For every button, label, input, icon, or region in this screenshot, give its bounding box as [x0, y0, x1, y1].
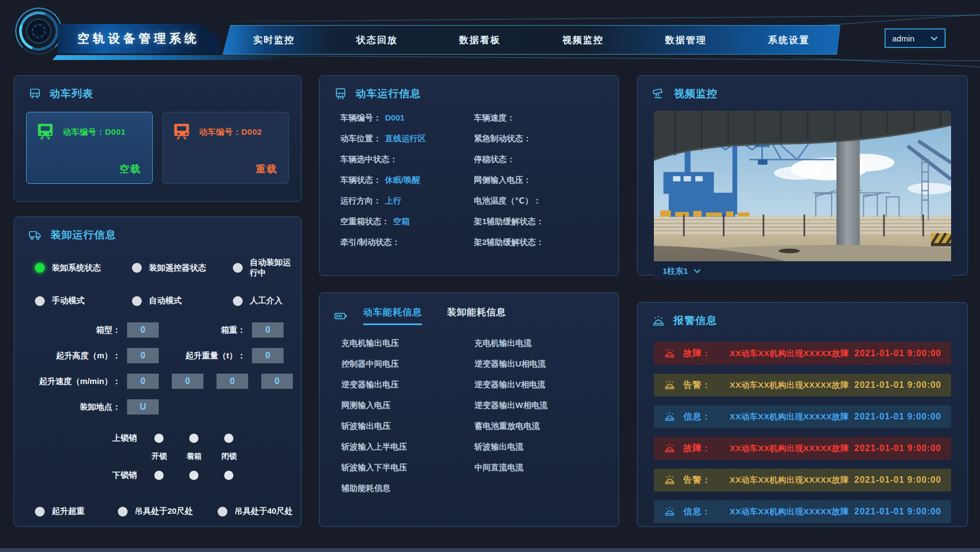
status-light-off: [233, 263, 243, 273]
lift-speed-field-1[interactable]: 0: [127, 374, 159, 389]
energy-item: 网测输入电压: [341, 400, 474, 410]
alarm-type: 告警：: [683, 475, 711, 486]
energy-item: 充电机输出电压: [341, 338, 474, 348]
run-info-item: 网侧输入电压：: [474, 174, 608, 185]
energy-item: 蓄电池重放电电流: [474, 421, 608, 431]
alarm-type: 故障：: [683, 443, 711, 454]
siren-icon: [664, 442, 676, 454]
indicator-system-status: 装卸系统状态: [35, 257, 132, 278]
energy-item: 充电机输出电流: [474, 338, 608, 348]
alarm-time: 2021-01-01 9:00:00: [855, 475, 941, 485]
run-info-item: 空重箱状态：空箱: [340, 215, 474, 227]
indicator-remote-status: 装卸遥控器状态: [132, 257, 233, 278]
panel-energy-info: 动车能耗信息 装卸能耗信息 充电机输出电压 充电机输出电流 控制器中间电压 逆变…: [319, 292, 619, 527]
tab-loading-energy[interactable]: 装卸能耗信息: [447, 306, 506, 325]
train-load-status: 重载: [256, 163, 278, 176]
lift-speed-field-4[interactable]: 0: [261, 374, 293, 389]
user-name: admin: [892, 34, 915, 43]
energy-item: 逆变器输出U相电流: [474, 359, 608, 369]
panel-loading-info: 装卸运行信息 装卸系统状态 装卸遥控器状态 自动装卸运行中 手动模式 自动模式 …: [14, 217, 302, 527]
alarm-type: 信息：: [683, 506, 711, 518]
alarm-message: XX动车XX机构出现XXXXX故障: [730, 475, 849, 485]
alarm-row-warn[interactable]: 告警： XX动车XX机构出现XXXXX故障 2021-01-01 9:00:00: [654, 469, 951, 491]
status-light-off: [35, 507, 45, 517]
train-icon: [172, 122, 191, 142]
box-type-label: 箱型：: [14, 325, 121, 335]
alarm-message: XX动车XX机构出现XXXXX故障: [730, 349, 849, 359]
lift-height-field[interactable]: 0: [127, 348, 159, 363]
status-light-off: [35, 296, 45, 306]
alarm-row-fault[interactable]: 故障： XX动车XX机构出现XXXXX故障 2021-01-01 9:00:00: [654, 437, 951, 460]
nav-item-video[interactable]: 视频监控: [531, 34, 634, 46]
energy-item: 中间直流电流: [474, 463, 608, 472]
bottom-edge-bar: [0, 548, 980, 552]
status-light-off: [218, 507, 227, 517]
chevron-down-icon: [930, 36, 938, 41]
siren-icon: [664, 474, 676, 486]
panel-alarms: 报警信息 故障： XX动车XX机构出现XXXXX故障 2021-01-01 9:…: [637, 302, 968, 527]
nav-item-datamgmt[interactable]: 数据管理: [634, 34, 737, 46]
loading-bottom-indicators: 起升超重 吊具处于20尺处 吊具处于40尺处: [14, 506, 301, 517]
header-deco-line: [780, 56, 980, 67]
lift-speed-field-2[interactable]: 0: [172, 374, 203, 389]
place-field[interactable]: U: [127, 399, 159, 415]
lift-speed-field-3[interactable]: 0: [217, 374, 248, 389]
train-icon: [35, 122, 55, 142]
header-deco-line: [185, 15, 980, 22]
title-glow-strip: [52, 55, 287, 60]
box-weight-label: 箱重：: [159, 325, 245, 335]
siren-icon: [652, 314, 665, 328]
train-card-label: 动车编号：D002: [199, 127, 262, 137]
alarm-type: 告警：: [683, 380, 711, 391]
video-feed: [654, 111, 951, 261]
app-title-band: 空轨设备管理系统: [58, 24, 219, 53]
panel-run-info: 动车运行信息 车辆编号：D001 车辆速度： 动车位置：直线运行区 紧急制动状态…: [319, 75, 619, 276]
train-list-title: 动车列表: [50, 87, 93, 101]
alarm-time: 2021-01-01 9:00:00: [855, 412, 941, 422]
alarm-row-info[interactable]: 信息： XX动车XX机构出现XXXXX故障 2021-01-01 9:00:00: [654, 500, 951, 523]
run-info-item: 运行方向：上行: [340, 195, 474, 206]
loading-indicators: 装卸系统状态 装卸遥控器状态 自动装卸运行中 手动模式 自动模式 人工介入: [14, 248, 301, 306]
indicator-manual-mode: 手动模式: [35, 296, 132, 306]
box-weight-field[interactable]: 0: [252, 322, 284, 338]
energy-grid: 充电机输出电压 充电机输出电流 控制器中间电压 逆变器输出U相电流 逆变器输出电…: [320, 328, 618, 493]
status-light-off: [233, 296, 243, 306]
tab-train-energy[interactable]: 动车能耗信息: [363, 306, 422, 325]
box-type-field[interactable]: 0: [127, 322, 159, 338]
lower-lock-open-light: [154, 471, 164, 480]
lock-pins-section: 上锁销 开锁 着箱 闭锁 下锁销: [14, 431, 301, 482]
panel-train-list: 动车列表 动车编号：D001 空载: [14, 75, 302, 202]
nav-item-settings[interactable]: 系统设置: [737, 34, 840, 46]
run-info-grid: 车辆编号：D001 车辆速度： 动车位置：直线运行区 紧急制动状态： 车辆选中状…: [320, 106, 618, 248]
siren-icon: [664, 379, 676, 391]
indicator-lift-overweight: 起升超重: [35, 506, 118, 517]
siren-icon: [664, 411, 676, 423]
run-info-item: 电池温度（℃）：: [474, 195, 608, 206]
siren-icon: [664, 347, 676, 359]
nav-item-realtime[interactable]: 实时监控: [223, 34, 326, 46]
train-card-label: 动车编号：D001: [63, 127, 125, 137]
lower-lock-label: 下锁销: [14, 470, 137, 481]
lift-height-label: 起升高度（m）：: [14, 351, 121, 361]
train-card-d002[interactable]: 动车编号：D002 重载: [163, 112, 289, 184]
nav-item-replay[interactable]: 状态回放: [326, 34, 429, 46]
nav-item-databoard[interactable]: 数据看板: [429, 34, 532, 46]
lift-weight-label: 起升重量（t）：: [159, 351, 245, 361]
energy-item: 控制器中间电压: [341, 359, 474, 369]
user-dropdown[interactable]: admin: [885, 28, 946, 48]
main-nav: 实时监控 状态回放 数据看板 视频监控 数据管理 系统设置: [223, 25, 840, 55]
run-info-item: 停稳状态：: [474, 153, 608, 165]
alarm-row-fault[interactable]: 故障： XX动车XX机构出现XXXXX故障 2021-01-01 9:00:00: [654, 342, 951, 365]
alarm-row-warn[interactable]: 告警： XX动车XX机构出现XXXXX故障 2021-01-01 9:00:00: [654, 374, 951, 397]
camera-select[interactable]: 1柱东1: [654, 261, 951, 281]
status-light-off: [118, 507, 128, 517]
lift-weight-field[interactable]: 0: [252, 348, 284, 363]
cctv-camera-icon: [652, 87, 666, 101]
energy-item: 斩波输出电流: [474, 442, 608, 452]
alarm-row-info[interactable]: 信息： XX动车XX机构出现XXXXX故障 2021-01-01 9:00:00: [654, 405, 951, 428]
app-logo-icon: [15, 8, 62, 55]
loading-fields: 箱型： 0 箱重： 0 起升高度（m）： 0 起升重量（t）： 0 起升速度（m…: [14, 322, 301, 415]
train-card-d001[interactable]: 动车编号：D001 空载: [26, 112, 153, 184]
lift-speed-label: 起升速度（m/min）：: [14, 376, 121, 387]
dashboard: 空轨设备管理系统 实时监控 状态回放 数据看板 视频监控 数据管理 系统设置 a…: [0, 0, 980, 552]
